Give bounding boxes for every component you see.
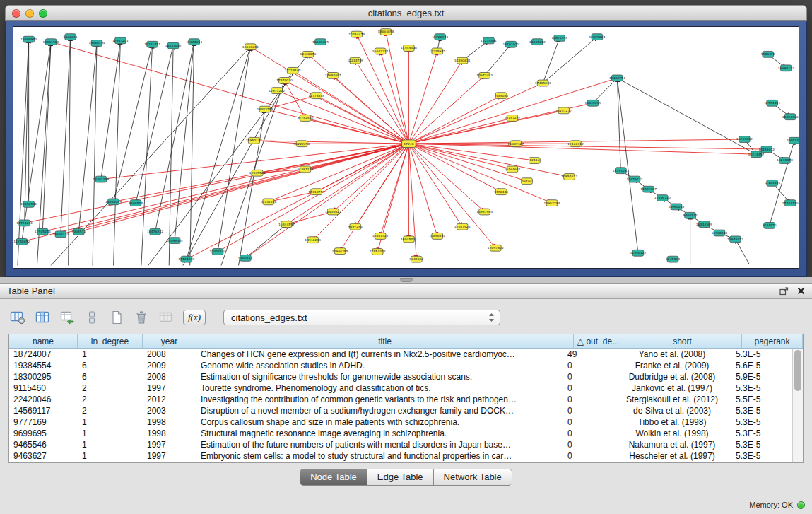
graph-node[interactable]: 15488754: [89, 40, 105, 47]
graph-node[interactable]: 12774451: [764, 100, 780, 106]
column-header-title[interactable]: title: [196, 334, 574, 348]
table-vertical-scrollbar[interactable]: [792, 349, 803, 462]
rows-icon[interactable]: [83, 309, 101, 326]
table-row[interactable]: 969969511998Structural magnetic resonanc…: [9, 428, 792, 439]
graph-node[interactable]: 10200531: [20, 201, 37, 207]
minimize-button[interactable]: [25, 9, 34, 18]
graph-node[interactable]: 15097822: [488, 245, 504, 251]
graph-node[interactable]: 17240: [402, 140, 416, 148]
graph-node[interactable]: 12215987: [429, 48, 445, 54]
graph-node[interactable]: 12367524: [249, 170, 266, 176]
graph-node[interactable]: 15722974: [432, 34, 448, 40]
table-mode-icon[interactable]: [8, 309, 27, 326]
table-dropdown[interactable]: citations_edges.txt: [223, 310, 500, 325]
graph-node[interactable]: 16476512: [147, 228, 163, 235]
graph-node[interactable]: 11248652: [13, 238, 30, 245]
graph-node[interactable]: 11545408: [401, 45, 417, 52]
graph-node[interactable]: 15982341: [787, 137, 799, 144]
column-header-in_degree[interactable]: in_degree: [78, 334, 143, 348]
table-row[interactable]: 2242004622012Investigating the contribut…: [9, 394, 792, 405]
show-columns-icon[interactable]: [33, 309, 52, 326]
graph-node[interactable]: 14505212: [529, 39, 546, 45]
graph-node[interactable]: 16104: [522, 178, 533, 185]
graph-node[interactable]: 10401988: [43, 39, 59, 45]
graph-node[interactable]: 18130485: [312, 39, 329, 45]
column-header-year[interactable]: year: [143, 334, 196, 348]
panel-splitter[interactable]: [0, 277, 812, 283]
close-button[interactable]: [12, 9, 20, 18]
graph-node[interactable]: 14751201: [16, 220, 33, 226]
tab-edge-table[interactable]: Edge Table: [367, 469, 433, 485]
graph-node[interactable]: 18453390: [782, 114, 799, 120]
graph-node[interactable]: 18990245: [668, 204, 684, 210]
graph-node[interactable]: 15322987: [640, 186, 657, 192]
table-row[interactable]: 1938455462009Genome-wide association stu…: [9, 360, 792, 371]
graph-node[interactable]: 12214789: [347, 57, 363, 64]
graph-node[interactable]: 10679122: [627, 176, 643, 182]
table-row[interactable]: 911546021997Tourette syndrome. Phenomeno…: [9, 382, 792, 394]
graph-node[interactable]: 15905133: [52, 231, 69, 238]
graph-node[interactable]: 9234870: [763, 223, 777, 229]
graph-node[interactable]: 15950127: [246, 137, 262, 144]
graph-node[interactable]: 18122876: [300, 51, 316, 57]
graph-node[interactable]: 9245012: [409, 256, 423, 262]
graph-node[interactable]: 9504478: [761, 51, 775, 57]
column-header-name[interactable]: name: [9, 334, 78, 348]
delete-column-icon[interactable]: [132, 309, 151, 326]
graph-node[interactable]: 12160412: [567, 141, 584, 147]
graph-node[interactable]: 14957984: [476, 209, 493, 215]
row-edit-icon[interactable]: [58, 309, 76, 326]
graph-node[interactable]: 9460122: [683, 212, 698, 218]
graph-node[interactable]: 9245033: [666, 256, 680, 262]
graph-node[interactable]: 14684687: [325, 72, 341, 78]
graph-node[interactable]: 12505244: [35, 228, 51, 235]
graph-node[interactable]: 10164612: [504, 166, 520, 173]
graph-node[interactable]: 12456710: [654, 195, 671, 201]
graph-node[interactable]: 12116: [529, 158, 541, 164]
graph-node[interactable]: 16262205: [93, 176, 109, 182]
graph-node[interactable]: 11607427: [507, 141, 524, 147]
graph-node[interactable]: 12234451: [481, 37, 497, 44]
graph-node[interactable]: 16344557: [278, 221, 295, 228]
graph-node[interactable]: 12450122: [630, 250, 646, 256]
graph-node[interactable]: 16222258: [294, 141, 310, 147]
graph-node[interactable]: 16191021: [502, 41, 519, 47]
graph-node[interactable]: 10966255: [332, 248, 348, 255]
graph-node[interactable]: 12103554: [764, 180, 780, 186]
graph-node[interactable]: 15318755: [308, 189, 324, 195]
graph-node[interactable]: 12778585: [308, 93, 324, 99]
graph-node[interactable]: 14453012: [758, 146, 775, 153]
graph-node[interactable]: 17554342: [370, 249, 386, 255]
zoom-button[interactable]: [39, 9, 47, 18]
graph-node[interactable]: 16309940: [20, 36, 37, 42]
graph-node[interactable]: 15104339: [178, 256, 194, 262]
graph-node[interactable]: 9497254: [348, 223, 363, 230]
graph-node[interactable]: 11381111: [297, 166, 313, 173]
column-header-short[interactable]: short: [623, 334, 742, 348]
network-graph[interactable]: 1724011545408122159871485083110973493748…: [13, 27, 799, 268]
column-header-pagerank[interactable]: pagerank: [742, 334, 803, 348]
table-row[interactable]: 946554611997Estimation of the future num…: [9, 439, 792, 450]
graph-node[interactable]: 12057924: [454, 223, 471, 230]
graph-node[interactable]: 18483755: [257, 106, 273, 112]
graph-node[interactable]: 12945012: [727, 236, 743, 243]
table-row[interactable]: 1872400712008Changes of HCN gene express…: [9, 349, 792, 360]
graph-node[interactable]: 12899024: [589, 34, 605, 40]
graph-node[interactable]: 10973493: [476, 72, 493, 78]
tab-node-table[interactable]: Node Table: [300, 469, 367, 485]
network-canvas[interactable]: 1724011545408122159871485083110973493748…: [13, 26, 799, 269]
graph-node[interactable]: 10731228: [260, 199, 276, 205]
table-row[interactable]: 1456911722003Disruption of a novel membe…: [9, 405, 792, 416]
graph-node[interactable]: 16044589: [696, 221, 712, 228]
graph-node[interactable]: 18033052: [165, 42, 182, 49]
graph-node[interactable]: 17579030: [276, 78, 293, 84]
float-panel-icon[interactable]: [779, 287, 789, 296]
graph-node[interactable]: 16845099: [585, 100, 601, 106]
graph-node[interactable]: 10896591: [429, 233, 445, 240]
graph-node[interactable]: 9152446: [494, 189, 508, 195]
graph-node[interactable]: 14512219: [305, 237, 321, 243]
graph-node[interactable]: 14850831: [454, 57, 471, 64]
graph-node[interactable]: 9862601: [64, 34, 78, 40]
graph-node[interactable]: 9065511: [71, 228, 86, 235]
graph-node[interactable]: 9506544: [129, 200, 143, 206]
